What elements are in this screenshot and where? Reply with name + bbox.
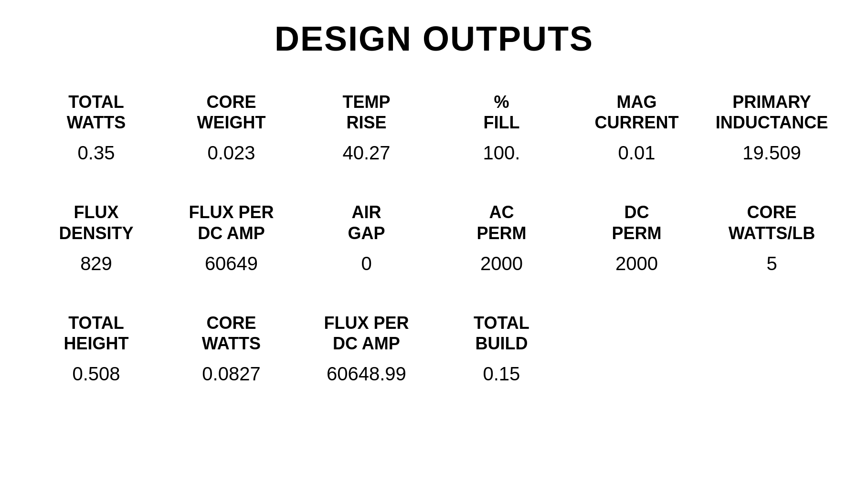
section1: TOTALWATTS0.35COREWEIGHT0.023TEMPRISE40.… <box>29 87 839 168</box>
section3-cell-3: TOTALBUILD0.15 <box>434 308 569 389</box>
page-container: DESIGN OUTPUTS TOTALWATTS0.35COREWEIGHT0… <box>29 19 839 418</box>
section1-cell-4: MAGCURRENT0.01 <box>569 87 704 168</box>
page-title: DESIGN OUTPUTS <box>29 19 839 58</box>
section3-cell-1: COREWATTS0.0827 <box>164 308 299 389</box>
section1-cell-3: %FILL100. <box>434 87 569 168</box>
section1-label-3: %FILL <box>484 92 520 137</box>
section2-label-5: COREWATTS/LB <box>729 202 815 248</box>
section3-label-3: TOTALBUILD <box>474 313 529 358</box>
section2-label-1: FLUX PERDC AMP <box>189 202 274 248</box>
section3-value-2: 60648.99 <box>327 363 406 385</box>
section2-cell-4: DCPERM2000 <box>569 197 704 279</box>
section2-value-1: 60649 <box>205 253 258 274</box>
section1-value-4: 0.01 <box>618 142 656 164</box>
section2-label-0: FLUXDENSITY <box>59 202 133 248</box>
section3-cell-0: TOTALHEIGHT0.508 <box>29 308 164 389</box>
section3: TOTALHEIGHT0.508COREWATTS0.0827FLUX PERD… <box>29 308 569 389</box>
section1-value-1: 0.023 <box>207 142 255 164</box>
section2-cell-2: AIRGAP0 <box>299 197 434 279</box>
section3-value-3: 0.15 <box>483 363 520 385</box>
section1-value-5: 19.509 <box>742 142 801 164</box>
section1-label-2: TEMPRISE <box>342 92 390 137</box>
section1-cell-5: PRIMARYINDUCTANCE19.509 <box>704 87 839 168</box>
section1-label-5: PRIMARYINDUCTANCE <box>716 92 828 137</box>
section1-label-0: TOTALWATTS <box>67 92 126 137</box>
section2-cell-0: FLUXDENSITY829 <box>29 197 164 279</box>
section3-cell-2: FLUX PERDC AMP60648.99 <box>299 308 434 389</box>
section1-cell-2: TEMPRISE40.27 <box>299 87 434 168</box>
section2-label-2: AIRGAP <box>348 202 385 248</box>
section1-label-4: MAGCURRENT <box>595 92 679 137</box>
section2-cell-3: ACPERM2000 <box>434 197 569 279</box>
section2-cell-1: FLUX PERDC AMP60649 <box>164 197 299 279</box>
section1-value-2: 40.27 <box>342 142 390 164</box>
section2-value-2: 0 <box>361 253 371 274</box>
section3-label-1: COREWATTS <box>202 313 261 358</box>
section3-value-0: 0.508 <box>72 363 120 385</box>
section2-value-3: 2000 <box>480 253 523 274</box>
section1-value-3: 100. <box>483 142 520 164</box>
section2-value-0: 829 <box>80 253 112 274</box>
section2-label-4: DCPERM <box>612 202 661 248</box>
section1-cell-1: COREWEIGHT0.023 <box>164 87 299 168</box>
section2-label-3: ACPERM <box>476 202 526 248</box>
section1-cell-0: TOTALWATTS0.35 <box>29 87 164 168</box>
section3-label-2: FLUX PERDC AMP <box>324 313 409 358</box>
section3-label-0: TOTALHEIGHT <box>64 313 128 358</box>
section1-label-1: COREWEIGHT <box>197 92 266 137</box>
section1-value-0: 0.35 <box>78 142 115 164</box>
section2-cell-5: COREWATTS/LB5 <box>704 197 839 279</box>
section3-value-1: 0.0827 <box>202 363 260 385</box>
section2-value-4: 2000 <box>615 253 658 274</box>
section2-value-5: 5 <box>766 253 777 274</box>
section2: FLUXDENSITY829FLUX PERDC AMP60649AIRGAP0… <box>29 197 839 279</box>
